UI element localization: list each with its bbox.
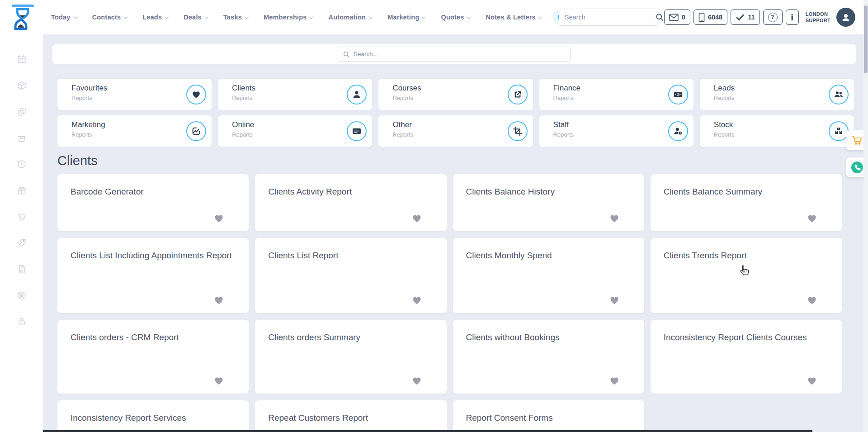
sidebar-report-document-icon[interactable] — [17, 264, 27, 274]
svg-text:12: 12 — [20, 59, 24, 62]
nav-item-today[interactable]: Today — [47, 9, 81, 25]
favourite-heart-icon[interactable] — [411, 295, 422, 306]
sidebar-package-icon[interactable] — [17, 81, 27, 90]
nav-label: Marketing — [387, 14, 419, 21]
chevron-down-icon — [204, 14, 208, 19]
nav-label: Tasks — [223, 14, 242, 21]
report-title: Clients Balance History — [466, 186, 629, 198]
report-card[interactable]: Clients Monthly Spend — [453, 238, 644, 313]
report-card[interactable]: Clients Balance History — [453, 174, 644, 231]
report-card[interactable]: Inconsistency Report Services — [57, 400, 249, 432]
category-card-finance[interactable]: Finance Reports — [539, 79, 693, 110]
report-title: Inconsistency Report Services — [71, 412, 233, 424]
nav-item-quotes[interactable]: Quotes — [436, 9, 475, 25]
sidebar-history-icon[interactable] — [17, 159, 27, 169]
external-link-icon — [508, 85, 528, 104]
category-card-favourites[interactable]: Favourites Reports — [57, 79, 212, 110]
report-title: Repeat Customers Report — [268, 412, 431, 424]
chevron-down-icon — [538, 14, 542, 19]
favourite-heart-icon[interactable] — [807, 213, 817, 224]
category-card-online[interactable]: Online Reports — [218, 115, 372, 147]
report-card[interactable]: Clients orders Summary — [255, 320, 446, 394]
chevron-down-icon — [309, 14, 314, 19]
nav-item-deals[interactable]: Deals — [179, 9, 212, 25]
chevron-down-icon — [73, 14, 77, 19]
favourite-heart-icon[interactable] — [411, 213, 422, 224]
category-card-marketing[interactable]: Marketing Reports — [57, 115, 212, 147]
favourite-heart-icon[interactable] — [807, 375, 817, 386]
question-icon: ? — [768, 13, 778, 22]
heart-icon — [186, 85, 206, 104]
sidebar-lock-icon[interactable] — [17, 317, 27, 327]
report-card[interactable]: Clients Activity Report — [255, 174, 446, 231]
report-card[interactable]: Clients List Report — [255, 238, 446, 313]
crop-icon — [508, 121, 528, 141]
favourite-heart-icon[interactable] — [213, 375, 224, 386]
category-card-staff[interactable]: Staff Reports — [539, 115, 693, 147]
favourite-heart-icon[interactable] — [609, 213, 620, 224]
report-card[interactable]: Report Consent Forms — [453, 400, 644, 432]
sidebar-price-tag-icon[interactable] — [17, 238, 27, 248]
category-card-courses[interactable]: Courses Reports — [378, 79, 533, 110]
sidebar-account-icon[interactable] — [17, 290, 27, 300]
boxes-icon — [829, 121, 849, 141]
nav-item-memberships[interactable]: Memberships — [259, 9, 318, 25]
report-card[interactable]: Repeat Customers Report — [255, 400, 446, 432]
report-card[interactable]: Clients orders - CRM Report — [57, 320, 249, 394]
scrollbar-track[interactable] — [863, 0, 868, 432]
mail-count: 0 — [682, 14, 685, 21]
reports-search-input[interactable] — [354, 51, 566, 57]
report-card[interactable]: Clients List Including Appointments Repo… — [57, 238, 249, 313]
report-title: Clients Activity Report — [268, 186, 431, 198]
nav-item-notes-letters[interactable]: Notes & Letters — [481, 9, 547, 25]
info-button[interactable]: i — [786, 9, 799, 25]
category-card-other[interactable]: Other Reports — [378, 115, 533, 147]
mail-counter-button[interactable]: 0 — [664, 9, 690, 25]
report-title: Clients without Bookings — [466, 332, 629, 344]
nav-item-leads[interactable]: Leads — [138, 9, 173, 25]
chevron-down-icon — [123, 14, 128, 19]
sidebar-gift-icon[interactable] — [17, 185, 27, 195]
nav-label: Quotes — [441, 14, 464, 21]
sidebar-shopping-bag-icon[interactable] — [17, 133, 27, 143]
account-name-line2: SUPPORT — [806, 17, 830, 24]
user-avatar[interactable] — [836, 8, 855, 27]
report-title: Clients orders Summary — [268, 332, 431, 344]
report-card[interactable]: Clients without Bookings — [453, 320, 644, 394]
phone-counter-button[interactable]: 6048 — [693, 9, 727, 25]
scrollbar-thumb[interactable] — [864, 5, 868, 73]
category-card-clients[interactable]: Clients Reports — [218, 79, 372, 110]
brand-logo-hourglass[interactable] — [10, 3, 35, 32]
sidebar-cart-icon[interactable] — [17, 212, 27, 222]
category-card-stock[interactable]: Stock Reports — [700, 115, 854, 147]
nav-label: Today — [51, 14, 71, 21]
favourite-heart-icon[interactable] — [609, 295, 620, 306]
report-title: Clients orders - CRM Report — [71, 332, 233, 344]
nav-item-tasks[interactable]: Tasks — [219, 9, 253, 25]
report-card[interactable]: Inconsistency Report Clients Courses — [651, 320, 842, 394]
favourite-heart-icon[interactable] — [213, 213, 224, 224]
chevron-down-icon — [368, 14, 373, 19]
nav-item-contacts[interactable]: Contacts — [88, 9, 132, 25]
help-button[interactable]: ? — [763, 9, 783, 25]
global-search-input[interactable] — [559, 14, 655, 21]
nav-label: Leads — [142, 14, 162, 21]
report-card[interactable]: Clients Balance Summary — [651, 174, 842, 231]
favourite-heart-icon[interactable] — [807, 295, 817, 306]
check-icon — [736, 14, 745, 21]
report-card-clients-trends[interactable]: Clients Trends Report — [651, 238, 842, 313]
sidebar-calendar-icon[interactable]: 12 — [17, 54, 27, 64]
category-card-leads[interactable]: Leads Reports — [700, 79, 854, 110]
favourite-heart-icon[interactable] — [609, 375, 620, 386]
nav-item-automation[interactable]: Automation — [324, 9, 377, 25]
sidebar-copy-icon[interactable] — [17, 107, 27, 117]
nav-item-marketing[interactable]: Marketing — [383, 9, 430, 25]
favourite-heart-icon[interactable] — [411, 375, 422, 386]
report-card[interactable]: Barcode Generator — [57, 174, 249, 231]
tasks-counter-button[interactable]: 11 — [731, 9, 760, 25]
favourite-heart-icon[interactable] — [213, 295, 224, 306]
search-button[interactable] — [655, 9, 664, 26]
info-icon: i — [791, 13, 794, 22]
reports-search-panel — [52, 44, 856, 64]
main-content: Favourites Reports Clients Reports Cours… — [43, 34, 868, 432]
